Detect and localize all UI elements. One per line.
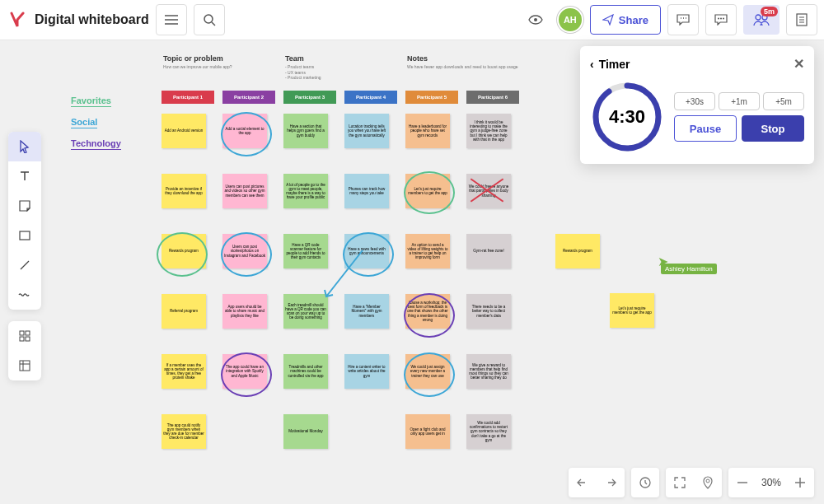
sticky-note[interactable]: Add an Android version (162, 114, 206, 148)
svg-rect-14 (26, 337, 30, 341)
topic-sub: How can we improve our mobile app? (163, 64, 262, 70)
collaborators-button[interactable]: 5m (743, 5, 780, 35)
select-tool[interactable] (8, 132, 41, 161)
sticky-note[interactable]: Add a social element to the app (222, 114, 267, 148)
sticky-note[interactable]: Hire a content writer to write articles … (344, 354, 389, 389)
zoom-level: 30% (756, 477, 786, 488)
zoom-in-button[interactable] (786, 468, 814, 497)
sticky-note[interactable]: An option to send a video of lifting wei… (405, 234, 450, 268)
sticky-note[interactable]: Have a section that helps gym goers find… (283, 114, 328, 148)
sticky-note[interactable]: We could add confirmations to restart gy… (466, 414, 511, 449)
svg-rect-13 (20, 337, 24, 341)
sticky-note[interactable]: Rewards program (555, 234, 600, 268)
timer-dial: 4:30 (590, 80, 664, 154)
legend-technology: Technology (71, 138, 121, 150)
sticky-note[interactable]: Have a "Member Moment" with gym members (344, 294, 389, 329)
sticky-note[interactable]: We could just assign every new member a … (405, 354, 450, 389)
sticky-note[interactable]: Users can post stories/photos on Instagr… (222, 234, 267, 268)
team-header: Team (285, 54, 304, 63)
remote-cursor-label: Ashley Hamilton (661, 264, 717, 274)
text-tool[interactable] (8, 161, 41, 191)
legend-favorites: Favorites (71, 96, 111, 107)
comments-button[interactable] (667, 4, 699, 35)
sticky-note[interactable]: I think it would be interesting to make … (466, 114, 511, 148)
timer-title: Timer (599, 58, 630, 71)
svg-point-0 (204, 15, 213, 23)
page-title: Digital whiteboard (35, 12, 149, 27)
sticky-note[interactable]: Rewards program (162, 234, 206, 268)
topic-header: Topic or problem (163, 54, 223, 63)
svg-rect-15 (20, 361, 30, 371)
notes-button[interactable] (786, 4, 817, 35)
fullscreen-button[interactable] (666, 468, 694, 497)
toolbar-secondary (8, 321, 41, 380)
sticky-note[interactable]: Let's just require members to get the ap… (405, 174, 450, 208)
sticky-note[interactable]: If a member uses the app a certain amoun… (162, 354, 206, 389)
svg-point-5 (756, 15, 761, 20)
undo-button[interactable] (569, 468, 597, 497)
svg-rect-11 (20, 331, 24, 335)
svg-rect-12 (26, 331, 30, 335)
sticky-note[interactable]: Have a QR code scanner feature for peopl… (283, 234, 328, 268)
stop-button[interactable]: Stop (742, 115, 804, 142)
svg-point-17 (706, 479, 709, 483)
redo-button[interactable] (597, 468, 625, 497)
add-5m-button[interactable]: +5m (763, 92, 804, 110)
toolbar (8, 132, 41, 310)
sticky-note[interactable]: Have a news feed with gym announcements (344, 234, 389, 268)
team-sub: - Product teams - UX teams - Product mar… (285, 64, 368, 81)
sticky-note[interactable]: We could freeze anyone that participates… (466, 174, 511, 208)
visibility-button[interactable] (521, 5, 550, 35)
add-1m-button[interactable]: +1m (719, 92, 760, 110)
sticky-note[interactable]: Let's just require members to get the ap… (610, 293, 654, 328)
user-avatar[interactable]: AH (557, 7, 583, 33)
notes-sub: We have fewer app downloads and need to … (407, 64, 539, 70)
legend: Favorites Social Technology (71, 96, 121, 160)
sticky-note[interactable]: Referral program (162, 294, 206, 329)
grid-tool[interactable] (8, 321, 41, 351)
sticky-note[interactable]: Cause a workshop; the best form of feedb… (405, 294, 450, 329)
participant-tab: Participant 4 (344, 91, 397, 104)
sticky-note[interactable]: We give a reward to members that help fi… (466, 354, 511, 389)
timer-panel: ‹ Timer ✕ 4:30 +30s +1m +5m Pause Stop (580, 46, 814, 164)
chat-button[interactable] (705, 4, 737, 35)
draw-tool[interactable] (8, 280, 41, 310)
sticky-note[interactable]: Motivational Monday (283, 414, 328, 449)
add-30s-button[interactable]: +30s (674, 92, 715, 110)
template-tool[interactable] (8, 351, 41, 380)
line-tool[interactable] (8, 250, 41, 280)
participant-tab: Participant 6 (466, 91, 519, 104)
sticky-note[interactable]: Phones can track how many steps you take (344, 174, 389, 208)
participant-tab: Participant 3 (283, 91, 336, 104)
sticky-note[interactable]: Location tracking tells you when you hav… (344, 114, 389, 148)
sticky-note[interactable]: Open a fight club and only app users get… (405, 414, 450, 449)
app-logo (7, 9, 28, 30)
zoom-out-button[interactable] (728, 468, 756, 497)
notes-header: Notes (407, 54, 428, 63)
sticky-note[interactable]: Users can post pictures and videos so ot… (222, 174, 267, 208)
sticky-note[interactable]: The app could have an integration with S… (222, 354, 267, 389)
close-icon[interactable]: ✕ (794, 56, 804, 72)
sticky-note[interactable]: Each treadmill should have a QR code you… (283, 294, 328, 329)
sticky-note[interactable]: Gym-rat free zone! (466, 234, 511, 268)
search-button[interactable] (194, 4, 225, 35)
svg-rect-10 (20, 231, 30, 240)
shape-tool[interactable] (8, 221, 41, 250)
pause-button[interactable]: Pause (674, 115, 737, 142)
menu-button[interactable] (156, 4, 187, 35)
sticky-tool[interactable] (8, 191, 41, 221)
sticky-note[interactable]: The app could notify gym members when th… (162, 414, 206, 449)
sticky-note[interactable]: Treadmills and other machines could be c… (283, 354, 328, 389)
share-label: Share (619, 14, 648, 26)
history-button[interactable] (631, 468, 659, 497)
location-button[interactable] (694, 468, 722, 497)
collab-badge: 5m (761, 7, 778, 16)
sticky-note[interactable]: App users should be able to share music … (222, 294, 267, 329)
sticky-note[interactable]: A lot of people go to the gym to meet pe… (283, 174, 328, 208)
sticky-note[interactable]: Provide an incentive if they download th… (162, 174, 206, 208)
timer-back-icon[interactable]: ‹ (590, 58, 594, 71)
sticky-note[interactable]: There needs to be a better way to collec… (466, 294, 511, 329)
svg-point-1 (534, 18, 537, 21)
share-button[interactable]: Share (590, 5, 661, 35)
sticky-note[interactable]: Have a leaderboard for people who have s… (405, 114, 450, 148)
